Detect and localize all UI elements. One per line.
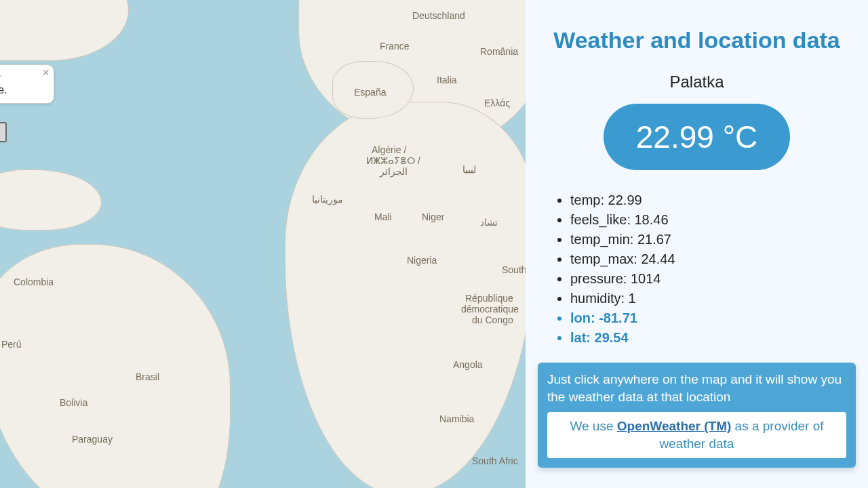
openweather-link[interactable]: OpenWeather (TM) (617, 419, 732, 433)
label-south-africa: South Afric (472, 455, 518, 466)
landmass-caribbean (0, 169, 102, 230)
instruction-text: Just click anywhere on the map and it wi… (547, 371, 846, 405)
info-box: Just click anywhere on the map and it wi… (538, 363, 856, 468)
list-item: temp: 22.99 (570, 190, 856, 210)
map-canvas[interactable]: Deutschland France România Italia España… (0, 0, 526, 488)
temperature-badge: 22.99 °C (604, 104, 791, 170)
landmass-africa (285, 102, 526, 488)
provider-pre: We use (570, 419, 616, 433)
provider-box: We use OpenWeather (TM) as a provider of… (547, 412, 846, 458)
map-popup: × marker mizable. (0, 64, 54, 104)
map-marker[interactable] (0, 122, 7, 142)
list-item: humidity: 1 (570, 289, 856, 308)
weather-list: temp: 22.99 feels_like: 18.46 temp_min: … (538, 190, 856, 348)
popup-text-1: marker (0, 72, 44, 84)
popup-text-2: mizable. (0, 84, 44, 96)
close-icon[interactable]: × (42, 66, 50, 79)
list-item: temp_max: 24.44 (570, 249, 856, 269)
panel-title: Weather and location data (553, 27, 840, 54)
weather-panel: Weather and location data Palatka 22.99 … (526, 0, 868, 488)
list-item: temp_min: 21.67 (570, 230, 856, 249)
landmass-na-tip (0, 0, 129, 61)
list-item-lat: lat: 29.54 (570, 328, 856, 348)
list-item-lon: lon: -81.71 (570, 308, 856, 328)
landmass-southamerica (0, 244, 231, 488)
list-item: feels_like: 18.46 (570, 210, 856, 230)
list-item: pressure: 1014 (570, 269, 856, 289)
city-name: Palatka (669, 73, 724, 92)
